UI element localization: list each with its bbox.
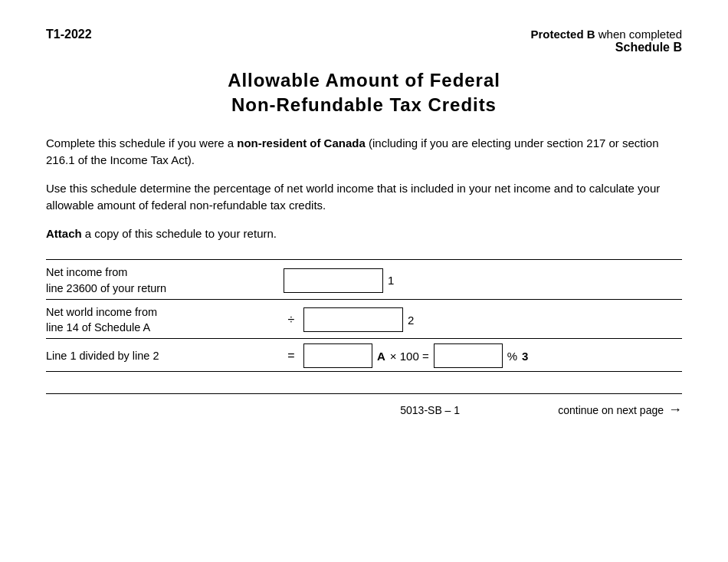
row3-line-number: 3 <box>522 350 536 363</box>
header: T1-2022 Protected B when completed Sched… <box>46 28 682 54</box>
form-id: T1-2022 <box>46 28 92 41</box>
attach-text: Attach a copy of this schedule to your r… <box>46 225 682 243</box>
paragraph-2: Use this schedule determine the percenta… <box>46 180 682 215</box>
row2-operator: ÷ <box>284 313 299 327</box>
row2-label: Net world income from line 14 of Schedul… <box>46 304 284 336</box>
p1-intro: Complete this schedule if you were a <box>46 136 237 150</box>
row3-input-percent[interactable] <box>434 343 503 368</box>
footer-form-number: 5013-SB – 1 <box>302 404 558 416</box>
row2-input[interactable] <box>303 307 403 332</box>
protected-label: Protected B when completed <box>530 28 682 41</box>
attach-rest: a copy of this schedule to your return. <box>82 227 277 240</box>
attach-bold: Attach <box>46 227 82 240</box>
row3-multiply: × 100 = <box>390 350 429 363</box>
row1-input[interactable] <box>284 268 383 293</box>
row3-equals: = <box>284 349 299 363</box>
row3-letter-a: A <box>377 350 385 363</box>
form-section: Net income from line 23600 of your retur… <box>46 259 682 372</box>
form-row-2: Net world income from line 14 of Schedul… <box>46 299 682 339</box>
row3-label: Line 1 divided by line 2 <box>46 348 284 363</box>
row1-line-number: 1 <box>388 274 402 287</box>
form-row-3: Line 1 divided by line 2 = A × 100 = % 3 <box>46 338 682 372</box>
row1-label: Net income from line 23600 of your retur… <box>46 265 284 296</box>
row2-controls: ÷ 2 <box>284 307 682 332</box>
row3-input-a[interactable] <box>303 343 372 368</box>
page: T1-2022 Protected B when completed Sched… <box>0 0 728 562</box>
footer-continue: continue on next page → <box>558 402 682 418</box>
schedule-label: Schedule B <box>530 41 682 54</box>
row1-controls: 1 <box>284 268 682 293</box>
arrow-right-icon: → <box>668 402 682 418</box>
form-row-1: Net income from line 23600 of your retur… <box>46 259 682 299</box>
p1-bold: non-resident of Canada <box>237 136 366 150</box>
header-right: Protected B when completed Schedule B <box>530 28 682 54</box>
footer-row: 5013-SB – 1 continue on next page → <box>46 402 682 418</box>
row3-percent-symbol: % <box>507 350 517 363</box>
row3-controls: = A × 100 = % 3 <box>284 343 682 368</box>
row2-line-number: 2 <box>408 314 421 327</box>
footer-continue-text: continue on next page <box>558 404 664 416</box>
paragraph-1: Complete this schedule if you were a non… <box>46 135 682 169</box>
page-title: Allowable Amount of Federal Non-Refundab… <box>46 68 682 118</box>
footer-divider <box>46 393 682 394</box>
title-section: Allowable Amount of Federal Non-Refundab… <box>46 68 682 118</box>
